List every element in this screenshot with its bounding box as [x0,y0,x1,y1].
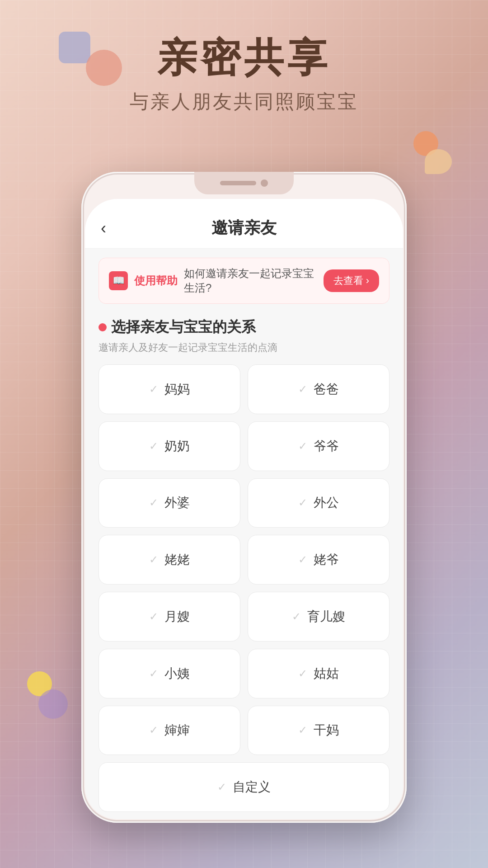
relationship-label: 婶婶 [164,722,190,739]
check-icon: ✓ [149,496,158,509]
sub-title: 与亲人朋友共同照顾宝宝 [0,89,488,114]
relationship-item[interactable]: ✓婶婶 [99,706,240,755]
deco-shape-peach [425,149,452,174]
relationship-item[interactable]: ✓干妈 [248,706,389,755]
section-header: 选择亲友与宝宝的关系 邀请亲人及好友一起记录宝宝生活的点滴 [85,313,403,357]
screen-header: ‹ 邀请亲友 [85,199,403,249]
relationship-item[interactable]: ✓外公 [248,478,389,528]
check-icon: ✓ [298,553,307,566]
check-icon: ✓ [149,667,158,680]
relationship-item[interactable]: ✓外婆 [99,478,240,528]
relationship-label: 妈妈 [164,381,190,398]
camera [261,179,268,187]
relationship-label: 姥爷 [314,551,339,568]
relationship-item[interactable]: ✓爸爸 [248,364,389,414]
check-icon: ✓ [298,496,307,509]
check-icon: ✓ [298,383,307,396]
help-button[interactable]: 去查看 › [324,269,379,292]
check-icon: ✓ [298,667,307,680]
speaker [220,181,256,185]
relationship-item[interactable]: ✓小姨 [99,649,240,698]
top-section: 亲密共享 与亲人朋友共同照顾宝宝 [0,36,488,114]
relationship-label: 爸爸 [314,381,339,398]
help-banner: 📖 使用帮助 如何邀请亲友一起记录宝宝生活? 去查看 › [99,258,389,304]
relationship-item[interactable]: ✓育儿嫂 [248,592,389,642]
check-icon: ✓ [149,724,158,736]
check-icon: ✓ [149,553,158,566]
relationship-item[interactable]: ✓奶奶 [99,421,240,471]
phone-screen: ‹ 邀请亲友 📖 使用帮助 如何邀请亲友一起记录宝宝生活? 去查看 › 选择亲友… [85,199,403,819]
relationship-item[interactable]: ✓爷爷 [248,421,389,471]
relationship-item[interactable]: ✓月嫂 [99,592,240,642]
relationship-label: 育儿嫂 [307,608,345,625]
relationship-item[interactable]: ✓姑姑 [248,649,389,698]
phone-notch [194,172,294,194]
relationship-label: 月嫂 [164,608,190,625]
relationship-label: 姥姥 [164,551,190,568]
check-icon: ✓ [298,724,307,736]
relationship-label: 外婆 [164,494,190,511]
check-icon: ✓ [149,610,158,623]
deco-circle-purple [38,689,68,719]
check-icon: ✓ [217,781,226,793]
phone-mockup: ‹ 邀请亲友 📖 使用帮助 如何邀请亲友一起记录宝宝生活? 去查看 › 选择亲友… [81,172,407,823]
phone-shell: ‹ 邀请亲友 📖 使用帮助 如何邀请亲友一起记录宝宝生活? 去查看 › 选择亲友… [81,172,407,823]
relationship-label: 姑姑 [314,665,339,682]
title-dot [99,323,107,331]
relationship-label: 小姨 [164,665,190,682]
check-icon: ✓ [292,610,301,623]
custom-relationship-item[interactable]: ✓自定义 [99,762,389,812]
custom-label: 自定义 [233,778,271,796]
relationship-label: 奶奶 [164,438,190,455]
screen-title: 邀请亲友 [211,217,277,239]
back-button[interactable]: ‹ [101,219,106,238]
help-text: 如何邀请亲友一起记录宝宝生活? [184,266,317,295]
check-icon: ✓ [298,440,307,453]
relationship-label: 干妈 [314,722,339,739]
main-title: 亲密共享 [0,36,488,80]
check-icon: ✓ [149,440,158,453]
relationship-label: 外公 [314,494,339,511]
check-icon: ✓ [149,383,158,396]
relationship-grid: ✓妈妈✓爸爸✓奶奶✓爷爷✓外婆✓外公✓姥姥✓姥爷✓月嫂✓育儿嫂✓小姨✓姑姑✓婶婶… [85,357,403,819]
relationship-item[interactable]: ✓姥爷 [248,535,389,585]
relationship-item[interactable]: ✓姥姥 [99,535,240,585]
section-title: 选择亲友与宝宝的关系 [99,317,389,337]
relationship-label: 爷爷 [314,438,339,455]
help-icon: 📖 [109,271,128,290]
help-label: 使用帮助 [134,274,178,288]
relationship-item[interactable]: ✓妈妈 [99,364,240,414]
section-desc: 邀请亲人及好友一起记录宝宝生活的点滴 [99,341,389,354]
